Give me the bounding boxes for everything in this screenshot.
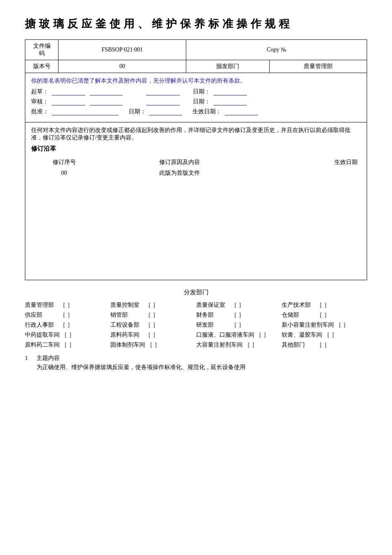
approve-label: 批准： [31, 108, 49, 115]
dept-name-14: 口服液、口服溶液车间 [196, 331, 254, 339]
review-label: 审核： [31, 98, 49, 105]
approve-date-field[interactable] [149, 108, 182, 115]
dist-item-4: 供应部 ［］ [25, 311, 110, 319]
section-1-number: 1 [25, 355, 28, 361]
revision-table: 修订序号 修订原因及内容 生效日期 00 此版为首版文件 [31, 157, 361, 178]
draft-date-field[interactable] [214, 88, 247, 95]
dept-name-18: 大容量注射剂车间 [196, 341, 243, 349]
dept-name-3: 生产技术部 [282, 301, 315, 309]
dist-item-3: 生产技术部 ［］ [282, 301, 367, 309]
dept-name-12: 中药提取车间 [25, 331, 60, 339]
approve-field-1[interactable] [52, 108, 118, 115]
copy-no-cell: Copy № [186, 40, 367, 60]
revision-reason-0: 此版为首版文件 [97, 168, 262, 178]
dept-name-11: 新小容量注射剂车间 [282, 321, 334, 329]
draft-field-2[interactable] [90, 88, 123, 95]
dept-name-0: 质量管理部 [25, 301, 58, 309]
dist-item-15: 软膏、凝胶车间 ［］ [282, 331, 367, 339]
approve-date-label: 日期： [129, 108, 146, 115]
doc-code-label: 文件编码 [25, 40, 58, 60]
revision-date-0 [262, 168, 361, 178]
main-title: 搪玻璃反应釜使用、维护保养标准操作规程 [25, 17, 367, 31]
dist-item-7: 仓储部 ［］ [282, 311, 367, 319]
dist-item-11: 新小容量注射剂车间 ［］ [282, 321, 367, 329]
dist-item-12: 中药提取车间 ［］ [25, 331, 110, 339]
dist-item-18: 大容量注射剂车间 ［］ [196, 341, 282, 349]
dist-item-5: 销管部 ［］ [110, 311, 196, 319]
dept-name-19: 其他部门 [282, 341, 315, 349]
review-field-1[interactable] [52, 98, 85, 105]
dept-name-10: 研发部 [196, 321, 229, 329]
draft-line: 起草： 日期： [31, 88, 361, 95]
dept-name-8: 行政人事部 [25, 321, 58, 329]
signature-notice: 你的签名表明你已清楚了解本文件及附件内容，充分理解并认可本文件的所有条款。 [31, 77, 361, 85]
signature-section: 你的签名表明你已清楚了解本文件及附件内容，充分理解并认可本文件的所有条款。 起草… [25, 73, 367, 122]
dept-name-4: 供应部 [25, 311, 58, 319]
dist-item-0: 质量管理部 ［］ [25, 301, 110, 309]
dept-name-16: 原料药二车间 [25, 341, 60, 349]
header-table: 文件编码 FSBSOP·021·001 Copy № 版本号 00 颁发部门 质… [25, 39, 367, 73]
section-1-content: 为正确使用、维护保养搪玻璃反应釜，使各项操作标准化、规范化，延长设备使用 [25, 364, 367, 371]
draft-field-3[interactable] [146, 88, 180, 95]
quality-dept-label: 质量管理部 [269, 60, 367, 73]
dept-name-5: 销管部 [110, 311, 144, 319]
dist-item-13: 原料药车间 ［］ [110, 331, 196, 339]
dist-item-17: 固体制剂车间 ［］ [110, 341, 196, 349]
dept-name-6: 财务部 [196, 311, 229, 319]
revision-date-header: 生效日期 [262, 157, 361, 168]
dept-name-15: 软膏、凝胶车间 [282, 331, 322, 339]
dist-item-19: 其他部门 ［］ [282, 341, 367, 349]
revision-row-0: 00 此版为首版文件 [31, 168, 361, 178]
review-line: 审核： 日期： [31, 98, 361, 105]
notice-text: 任何对本文件内容进行的改变或修正都必须起到改善的作用，并详细记录文件的修订及变更… [31, 127, 361, 142]
dist-item-14: 口服液、口服溶液车间 ［］ [196, 331, 282, 339]
revision-section: 任何对本文件内容进行的改变或修正都必须起到改善的作用，并详细记录文件的修订及变更… [25, 122, 367, 280]
revision-seq-0: 00 [31, 168, 97, 178]
dist-item-9: 工程设备部 ［］ [110, 321, 196, 329]
dept-name-1: 质量控制室 [110, 301, 144, 309]
distribution-section: 分发部门 质量管理部 ［］ 质量控制室 ［］ 质量保证室 ［］ 生产技术部 ［］… [25, 289, 367, 349]
revision-seq-header: 修订序号 [31, 157, 97, 168]
section-1: 1 主题内容 为正确使用、维护保养搪玻璃反应釜，使各项操作标准化、规范化，延长设… [25, 355, 367, 371]
version-label: 版本号 [25, 60, 58, 73]
distribution-grid: 质量管理部 ［］ 质量控制室 ［］ 质量保证室 ［］ 生产技术部 ［］ 供应部 … [25, 301, 367, 349]
dist-item-16: 原料药二车间 ［］ [25, 341, 110, 349]
draft-field-1[interactable] [52, 88, 85, 95]
dept-name-17: 固体制剂车间 [110, 341, 145, 349]
dist-item-8: 行政人事部 ［］ [25, 321, 110, 329]
doc-code-value: FSBSOP·021·001 [58, 40, 186, 60]
issue-dept-label: 颁发部门 [186, 60, 269, 73]
dept-name-13: 原料药车间 [110, 331, 144, 339]
revision-reason-header: 修订原因及内容 [97, 157, 262, 168]
dist-item-2: 质量保证室 ［］ [196, 301, 282, 309]
draft-date-label: 日期： [193, 88, 210, 95]
dept-name-2: 质量保证室 [196, 301, 229, 309]
revision-title: 修订沿革 [31, 145, 361, 153]
version-value: 00 [58, 60, 186, 73]
review-field-3[interactable] [146, 98, 180, 105]
dept-name-9: 工程设备部 [110, 321, 144, 329]
revision-header-row: 修订序号 修订原因及内容 生效日期 [31, 157, 361, 168]
effective-date-label: 生效日期： [192, 108, 222, 115]
review-date-field[interactable] [214, 98, 247, 105]
dist-item-1: 质量控制室 ［］ [110, 301, 196, 309]
dist-item-6: 财务部 ［］ [196, 311, 282, 319]
copy-no-label: Copy № [267, 46, 286, 53]
effective-date-field[interactable] [225, 108, 258, 115]
draft-label: 起草： [31, 88, 49, 95]
dist-item-10: 研发部 ［］ [196, 321, 282, 329]
section-1-header: 1 主题内容 [25, 355, 367, 362]
approve-line: 批准： 日期： 生效日期： [31, 108, 361, 115]
review-field-2[interactable] [90, 98, 123, 105]
review-date-label: 日期： [193, 98, 210, 105]
distribution-title: 分发部门 [25, 289, 367, 296]
dept-name-7: 仓储部 [282, 311, 315, 319]
section-1-title: 主题内容 [37, 355, 60, 361]
